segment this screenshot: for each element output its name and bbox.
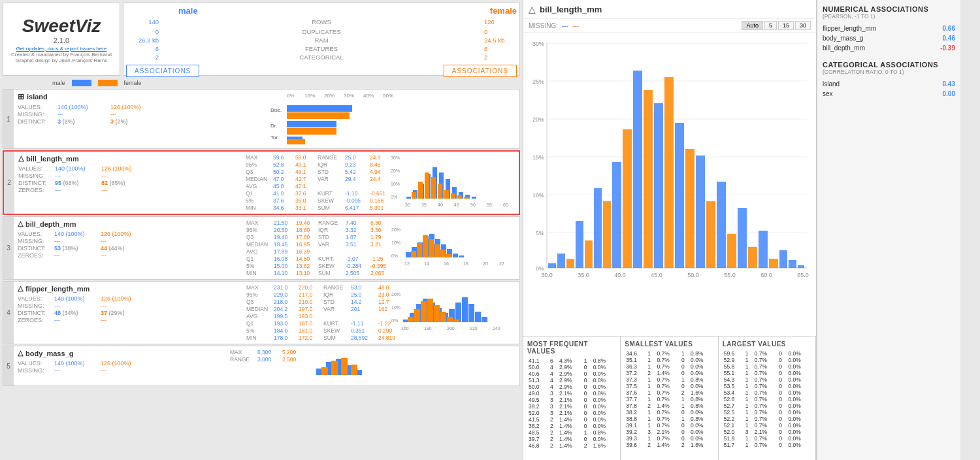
main-histogram-svg: 30% 25% 20% 15% 10% 5% 0% 30.0 35.0 40.0… [526, 38, 813, 280]
main-chart-title: bill_length_mm [540, 5, 602, 14]
assoc-btn-left[interactable]: ASSOCIATIONS [126, 65, 199, 77]
assoc-btn-right[interactable]: ASSOCIATIONS [444, 65, 517, 77]
zoom-auto[interactable]: Auto [742, 21, 763, 30]
svg-rect-146 [664, 77, 674, 268]
zoom-15[interactable]: 15 [778, 21, 794, 30]
categorical-assoc-table: island0.43sex0.00 [823, 79, 955, 99]
smallest-table: 34.610.7%10.8%35.110.7%00.0%36.310.7%00.… [625, 350, 713, 448]
svg-rect-68 [429, 239, 434, 257]
list-item: 59.610.7%00.0% [723, 350, 811, 357]
list-item: 49.032.1%00.0% [527, 390, 616, 397]
list-item: 51.710.7%00.0% [723, 442, 811, 448]
svg-rect-142 [623, 129, 632, 268]
missing-label: MISSING: [529, 22, 558, 29]
svg-text:55: 55 [487, 203, 492, 207]
table-row: sex0.00 [823, 89, 955, 99]
svg-text:20%: 20% [391, 227, 400, 232]
missing-lbl-1: MISSING: [18, 111, 57, 118]
row-num-2: 2 [4, 152, 14, 214]
svg-rect-95 [421, 301, 427, 322]
body-mass-content: △ body_mass_g VALUES: 140 (100%) 126 (10… [14, 346, 229, 386]
svg-text:15%: 15% [532, 154, 544, 161]
svg-rect-156 [769, 259, 778, 268]
list-item: 51.342.9%00.0% [527, 377, 616, 384]
zoom-5[interactable]: 5 [764, 21, 777, 30]
bill-depth-mini-chart: 20% 10% 0% 12 14 16 18 20 22 [389, 217, 519, 279]
bill-depth-icon: △ [18, 220, 23, 228]
table-row: flipper_length_mm0.66 [823, 24, 955, 33]
svg-rect-42 [444, 190, 449, 199]
svg-text:40%: 40% [363, 93, 374, 99]
svg-rect-147 [675, 123, 684, 268]
svg-rect-69 [434, 244, 440, 257]
svg-rect-148 [685, 149, 694, 268]
svg-rect-45 [464, 197, 468, 199]
male-feat: 6 [126, 45, 159, 52]
missing-m-1: --- [57, 111, 110, 118]
female-feat: 6 [484, 45, 517, 52]
female-legend-box [98, 80, 118, 86]
zoom-30[interactable]: 30 [795, 21, 811, 30]
svg-text:Tor.: Tor. [270, 135, 279, 140]
body-mass-title: △ body_mass_g [18, 349, 225, 357]
bill-length-row[interactable]: 2 △ bill_length_mm VALUES: 140 (100%) 12… [3, 150, 520, 215]
svg-text:0%: 0% [391, 195, 397, 199]
flipper-length-row[interactable]: 4 △ flipper_length_mm VALUES: 140 (100%)… [3, 281, 520, 344]
svg-rect-40 [431, 177, 436, 199]
row-num-1: 1 [3, 90, 14, 148]
bottom-panels: MOST FREQUENT VALUES 41.164.3%10.8%50.04… [523, 336, 816, 460]
list-item: 40.642.9%00.0% [527, 370, 616, 377]
distinct-lbl-1: DISTINCT: [18, 118, 57, 125]
svg-text:18: 18 [463, 261, 468, 266]
svg-text:30.0: 30.0 [541, 272, 553, 278]
body-mass-row[interactable]: 5 △ body_mass_g VALUES: 140 (100%) 126 (… [3, 346, 520, 386]
bill-depth-row[interactable]: 3 △ bill_depth_mm VALUES: 140 (100%) 126… [3, 216, 520, 280]
svg-text:20: 20 [483, 261, 488, 266]
list-item: 52.510.7%00.0% [723, 409, 811, 416]
numerical-assoc-section: NUMERICAL ASSOCIATIONS (PEARSON, -1 TO 1… [823, 5, 955, 53]
svg-rect-64 [459, 255, 464, 257]
legend-row: male female [0, 78, 523, 88]
bill-depth-stats: MAX21.5019.40 RANGE7.406.30 95%20.5018.8… [245, 217, 389, 279]
list-item: 54.310.7%00.0% [723, 376, 811, 383]
svg-rect-9 [287, 128, 336, 135]
svg-text:50%: 50% [383, 93, 393, 99]
largest-values-section: LARGEST VALUES 59.610.7%00.0%52.910.7%00… [719, 337, 816, 460]
female-rows: 126 [484, 18, 517, 25]
island-icon: ⊞ [18, 92, 24, 101]
list-item: 41.164.3%10.8% [527, 357, 616, 364]
ram-label: RAM [161, 37, 482, 44]
svg-rect-106 [321, 367, 328, 375]
svg-text:14: 14 [424, 261, 429, 266]
svg-rect-139 [594, 188, 602, 268]
svg-text:0%: 0% [391, 318, 398, 323]
row-num-5: 5 [3, 346, 14, 386]
largest-table: 59.610.7%00.0%52.910.7%00.0%55.810.7%00.… [723, 350, 811, 448]
list-item: 35.110.7%00.0% [625, 357, 713, 363]
svg-rect-66 [417, 243, 422, 257]
svg-text:10%: 10% [391, 305, 400, 310]
feat-label: FEATURES [161, 45, 482, 52]
list-item: 46.821.4%21.6% [527, 442, 616, 449]
island-chart: 0% 10% 20% 30% 40% 50% [268, 90, 519, 148]
bill-depth-title: △ bill_depth_mm [18, 220, 241, 228]
svg-rect-143 [633, 71, 642, 268]
svg-rect-108 [341, 358, 348, 375]
svg-text:20%: 20% [391, 169, 400, 173]
svg-text:10%: 10% [391, 182, 400, 186]
svg-rect-93 [408, 317, 414, 322]
logo-link[interactable]: Get updates, docs & report issues here [16, 46, 107, 52]
svg-rect-88 [455, 303, 461, 322]
svg-rect-151 [717, 182, 726, 268]
svg-rect-26 [406, 197, 411, 199]
svg-rect-137 [576, 221, 583, 268]
distinct-f-1: 3 (2%) [110, 118, 163, 125]
svg-rect-136 [566, 259, 574, 268]
table-row: island0.43 [823, 79, 955, 89]
list-item: 39.721.4%00.0% [527, 436, 616, 442]
svg-text:20%: 20% [324, 93, 335, 99]
island-row[interactable]: 1 ⊞ island VALUES: 140 (100%) 126 (100%)… [3, 89, 520, 149]
svg-rect-90 [468, 304, 474, 322]
svg-text:240: 240 [493, 326, 500, 331]
svg-text:65.0: 65.0 [797, 272, 809, 278]
